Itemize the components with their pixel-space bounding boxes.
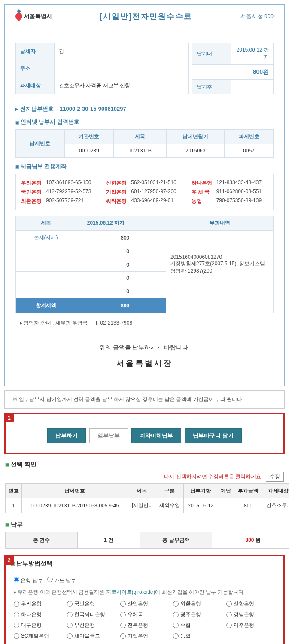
- bank-option[interactable]: 부산은행: [67, 622, 116, 629]
- epay-value: 11000-2-30-15-906610297: [60, 106, 126, 112]
- bank-radio[interactable]: [14, 601, 19, 607]
- table-cell: 1: [6, 498, 22, 513]
- bank-option-label: 새마을금고: [74, 632, 100, 640]
- bank-option-label: 국민은행: [74, 600, 95, 608]
- bank-option[interactable]: 농협: [173, 632, 222, 640]
- row1-val: 0: [76, 245, 136, 258]
- bank-option[interactable]: 대구은행: [14, 622, 63, 629]
- method-title: 납부방법선택: [11, 560, 278, 568]
- bank-option[interactable]: 국민은행: [67, 600, 116, 608]
- action-buttons-box: 1 납부하기 일부납부 예약이체납부 납부바구니 담기: [4, 413, 285, 454]
- card-pay-radio[interactable]: [47, 577, 53, 582]
- bank-option[interactable]: 경남은행: [226, 611, 275, 618]
- bank-radio[interactable]: [14, 633, 19, 639]
- bank-account: 121-833433-43-437: [216, 179, 262, 187]
- bank-radio[interactable]: [120, 612, 126, 617]
- tax-detail-table: 세목 2015.06.12 까지 부과내역 본세(시세)800201516040…: [15, 216, 274, 313]
- giro-link[interactable]: 지로사이트(giro.or.kr): [106, 589, 155, 595]
- bank-option-label: 농협: [180, 632, 191, 640]
- due-after-label: 납기후: [192, 80, 231, 94]
- table-header: 체납: [218, 484, 234, 498]
- bank-radio[interactable]: [226, 623, 232, 628]
- bank-radio[interactable]: [120, 633, 126, 639]
- bank-account-row: 우리은행107-361093-65-150: [21, 179, 97, 187]
- bank-option[interactable]: 기업은행: [120, 632, 169, 640]
- bank-option-label: 기업은행: [128, 632, 148, 640]
- bank-option-label: 전북은행: [128, 622, 148, 629]
- taxno-label: 납세번호: [16, 130, 65, 158]
- bank-option[interactable]: 광주은행: [173, 611, 222, 618]
- bank-option[interactable]: 새마을금고: [67, 632, 116, 640]
- addr-label: 주소: [16, 60, 55, 77]
- due-in-amount: 800원: [192, 65, 274, 80]
- logo-icon: [14, 12, 24, 21]
- table-header: 과세대상: [262, 484, 289, 498]
- bank-radio[interactable]: [14, 623, 19, 628]
- partial-pay-button[interactable]: 일부납부: [89, 428, 128, 443]
- logo-text: 서울특별시: [24, 12, 52, 20]
- reserve-pay-button[interactable]: 예약이체납부: [131, 428, 181, 443]
- bank-radio[interactable]: [173, 601, 179, 607]
- bank-radio[interactable]: [67, 633, 73, 639]
- bank-option[interactable]: 제주은행: [226, 622, 275, 629]
- row1-name: [16, 245, 76, 258]
- addr-value: [55, 60, 189, 77]
- bank-radio[interactable]: [173, 623, 179, 628]
- due-after-value: [231, 80, 274, 94]
- bank-option[interactable]: 우리은행: [14, 600, 63, 608]
- bank-pay-radio[interactable]: [14, 577, 19, 582]
- mayor-signature: 서울특별시장: [15, 358, 274, 368]
- bank-option[interactable]: 전북은행: [120, 622, 169, 629]
- inet-title: 인터넷 납부시 입력번호: [15, 118, 274, 126]
- bank-radio[interactable]: [120, 623, 126, 628]
- pay-button[interactable]: 납부하기: [47, 428, 86, 443]
- bank-option-label: 한국씨티은행: [74, 611, 105, 618]
- bank-account-row: 씨티은행433-696489-29-01: [106, 197, 183, 205]
- bank-option-label: 우체국: [128, 611, 143, 618]
- edit-msg: 다시 선택하시려면 수정버튼을 클릭하세요.: [164, 474, 262, 480]
- bank-radio[interactable]: [67, 623, 73, 628]
- bank-radio[interactable]: [14, 612, 19, 617]
- bank-option[interactable]: 하나은행: [14, 611, 63, 618]
- bank-account: 562-051031-21-516: [131, 179, 176, 187]
- bank-option[interactable]: SC제일은행: [14, 632, 63, 640]
- bank-accounts-box: 우리은행107-361093-65-150신한은행562-051031-21-5…: [15, 174, 274, 210]
- bank-radio[interactable]: [67, 612, 73, 617]
- selection-table: 번호납세번호세목구분납부기한체납부과금액과세대상 10000239-102131…: [5, 483, 289, 513]
- bank-option[interactable]: 신한은행: [226, 600, 275, 608]
- row3-val: 0: [76, 272, 136, 285]
- contact-text: 담당자 안내 : 세무과 우병극: [24, 320, 88, 326]
- bank-radio[interactable]: [226, 612, 232, 617]
- bank-option[interactable]: 산업은행: [120, 600, 169, 608]
- bank-pay-option[interactable]: 은행 납부: [14, 577, 43, 583]
- bank-select-grid: 우리은행 국민은행 산업은행 외환은행 신한은행 하나은행 한국씨티은행 우체국…: [14, 600, 275, 640]
- bank-option[interactable]: 외환은행: [173, 600, 222, 608]
- bank-option-label: 제주은행: [234, 622, 254, 629]
- bank-name: 씨티은행: [106, 197, 128, 205]
- bank-option[interactable]: 우체국: [120, 611, 169, 618]
- bank-radio[interactable]: [226, 601, 232, 607]
- bank-radio[interactable]: [173, 633, 179, 639]
- card-pay-option[interactable]: 카드 납부: [47, 577, 76, 583]
- bank-account: 790-075350-89-139: [216, 197, 262, 205]
- amt-value: 800 원: [212, 532, 289, 549]
- bank-option[interactable]: 한국씨티은행: [67, 611, 116, 618]
- total-val: 800: [76, 298, 136, 313]
- epay-label: 전자납부번호: [20, 106, 54, 112]
- table-header: 세목: [128, 484, 155, 498]
- bank-option-label: 대구은행: [21, 622, 42, 629]
- table-cell: [218, 498, 234, 513]
- bank-radio[interactable]: [67, 601, 73, 607]
- bank-option[interactable]: 수협: [173, 622, 222, 629]
- bank-option-label: 경남은행: [234, 611, 254, 618]
- add-cart-button[interactable]: 납부바구니 담기: [185, 428, 242, 443]
- due-in-label: 납기내: [192, 43, 231, 65]
- select-confirm-title: 선택 확인: [5, 461, 284, 468]
- bank-radio[interactable]: [173, 612, 179, 617]
- bank-account: 107-361093-65-150: [46, 179, 91, 187]
- edit-button[interactable]: 수정: [266, 472, 284, 482]
- row2-name: [16, 258, 76, 272]
- step-2-tag: 2: [4, 555, 14, 565]
- bank-account-row: 기업은행601-127950-97-200: [106, 188, 183, 196]
- bank-radio[interactable]: [120, 601, 126, 607]
